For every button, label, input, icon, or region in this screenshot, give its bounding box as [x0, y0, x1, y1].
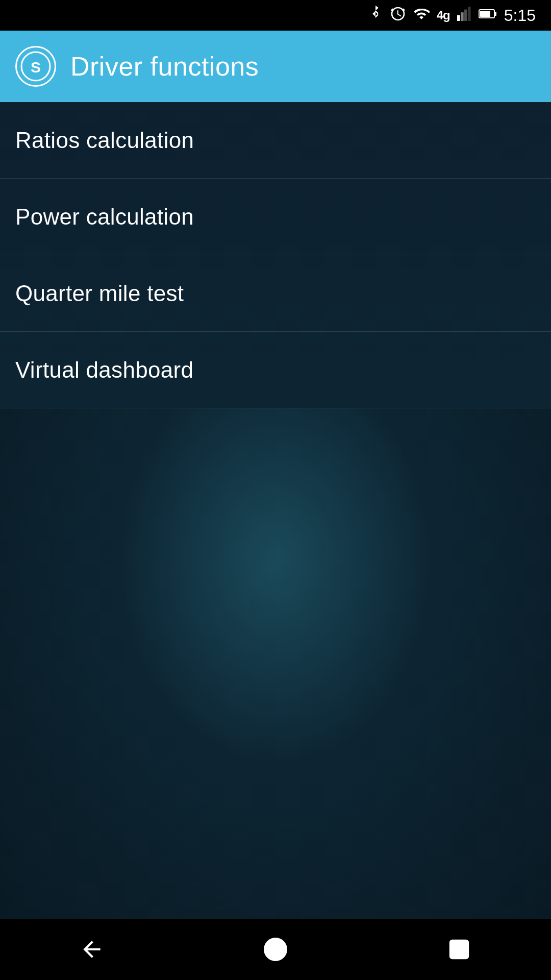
nav-bar: [0, 919, 551, 980]
status-icons: 4g 5:15: [368, 5, 536, 27]
svg-rect-5: [494, 12, 496, 16]
home-button[interactable]: [250, 929, 301, 970]
svg-rect-2: [464, 9, 467, 20]
svg-rect-1: [461, 12, 464, 21]
menu-empty-area: [0, 408, 551, 919]
svg-rect-0: [457, 15, 460, 20]
status-bar: 4g 5:15: [0, 0, 551, 31]
app-logo: S: [15, 46, 56, 87]
menu-item-label: Ratios calculation: [15, 128, 194, 153]
svg-rect-3: [468, 7, 471, 21]
menu-item-label: Virtual dashboard: [15, 357, 193, 383]
menu-item-power-calculation[interactable]: Power calculation: [0, 179, 551, 255]
status-time: 5:15: [504, 6, 536, 25]
alarm-icon: [390, 6, 406, 26]
svg-rect-6: [480, 11, 490, 17]
menu-item-ratios-calculation[interactable]: Ratios calculation: [0, 102, 551, 179]
back-button[interactable]: [66, 929, 117, 970]
menu-item-virtual-dashboard[interactable]: Virtual dashboard: [0, 332, 551, 408]
menu-item-quarter-mile-test[interactable]: Quarter mile test: [0, 255, 551, 332]
svg-text:S: S: [31, 59, 41, 76]
menu-item-label: Power calculation: [15, 204, 194, 230]
svg-point-9: [265, 939, 286, 960]
app-title: Driver functions: [70, 51, 259, 82]
battery-icon: [479, 7, 497, 24]
bluetooth-icon: [368, 5, 383, 27]
wifi-icon: [413, 6, 430, 26]
signal-icon: [457, 6, 471, 26]
4g-icon: 4g: [437, 8, 450, 22]
svg-rect-10: [450, 941, 468, 959]
menu-item-label: Quarter mile test: [15, 281, 184, 306]
recents-button[interactable]: [434, 929, 485, 970]
app-bar: S Driver functions: [0, 31, 551, 102]
menu-list: Ratios calculation Power calculation Qua…: [0, 102, 551, 919]
